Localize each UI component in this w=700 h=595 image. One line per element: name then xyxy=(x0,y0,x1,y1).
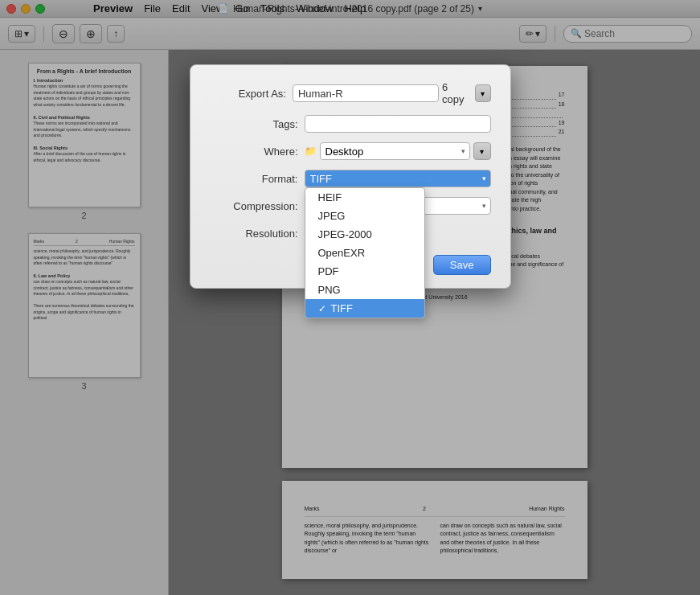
export-as-suffix: 6 copy xyxy=(442,81,469,105)
format-option-tiff[interactable]: ✓ TIFF xyxy=(305,299,424,318)
format-option-pdf[interactable]: PDF xyxy=(305,262,424,281)
tags-input[interactable] xyxy=(305,115,491,133)
tiff-label: TIFF xyxy=(331,302,353,314)
export-as-label: Export As: xyxy=(210,88,286,100)
tags-row: Tags: xyxy=(210,115,491,133)
where-label: Where: xyxy=(210,146,298,158)
export-as-row: Export As: 6 copy ▾ xyxy=(210,81,491,105)
format-select-wrapper: TIFF HEIF JPEG JPEG-2000 OpenEXR PDF PNG… xyxy=(305,170,491,187)
tags-label: Tags: xyxy=(210,118,298,130)
where-dropdown-button[interactable]: ▾ xyxy=(473,142,491,160)
openexr-label: OpenEXR xyxy=(318,247,366,259)
where-row: Where: 📁 Desktop Documents Downloads ▾ ▾ xyxy=(210,142,491,160)
format-row: Format: TIFF HEIF JPEG JPEG-2000 OpenEXR… xyxy=(210,170,491,187)
chevron-down-icon: ▾ xyxy=(480,147,484,156)
compression-label: Compression: xyxy=(210,200,298,212)
pdf-label: PDF xyxy=(318,265,339,277)
save-button[interactable]: Save xyxy=(433,255,491,275)
format-option-png[interactable]: PNG xyxy=(305,281,424,299)
format-dropdown-popup: HEIF JPEG JPEG-2000 OpenEXR PDF PNG xyxy=(305,187,425,318)
jpeg-label: JPEG xyxy=(318,210,346,222)
format-select[interactable]: TIFF HEIF JPEG JPEG-2000 OpenEXR PDF PNG xyxy=(305,170,491,187)
modal-overlay: Export As: 6 copy ▾ Tags: Where: 📁 Deskt… xyxy=(0,0,700,595)
format-option-heif[interactable]: HEIF xyxy=(305,188,424,207)
resolution-label: Resolution: xyxy=(210,228,298,240)
jpeg2000-label: JPEG-2000 xyxy=(318,228,372,240)
export-modal: Export As: 6 copy ▾ Tags: Where: 📁 Deskt… xyxy=(190,64,511,289)
check-icon: ✓ xyxy=(318,303,326,314)
export-as-dropdown-button[interactable]: ▾ xyxy=(475,84,490,102)
where-select-wrapper: 📁 Desktop Documents Downloads ▾ xyxy=(305,142,470,160)
chevron-down-icon: ▾ xyxy=(481,89,485,98)
format-label: Format: xyxy=(210,173,298,185)
folder-icon: 📁 xyxy=(305,146,317,157)
png-label: PNG xyxy=(318,284,341,296)
export-as-input[interactable] xyxy=(293,84,439,102)
heif-label: HEIF xyxy=(318,191,342,203)
format-option-jpeg2000[interactable]: JPEG-2000 xyxy=(305,225,424,244)
format-option-jpeg[interactable]: JPEG xyxy=(305,207,424,225)
format-option-openexr[interactable]: OpenEXR xyxy=(305,244,424,262)
where-select[interactable]: Desktop Documents Downloads xyxy=(320,142,470,160)
